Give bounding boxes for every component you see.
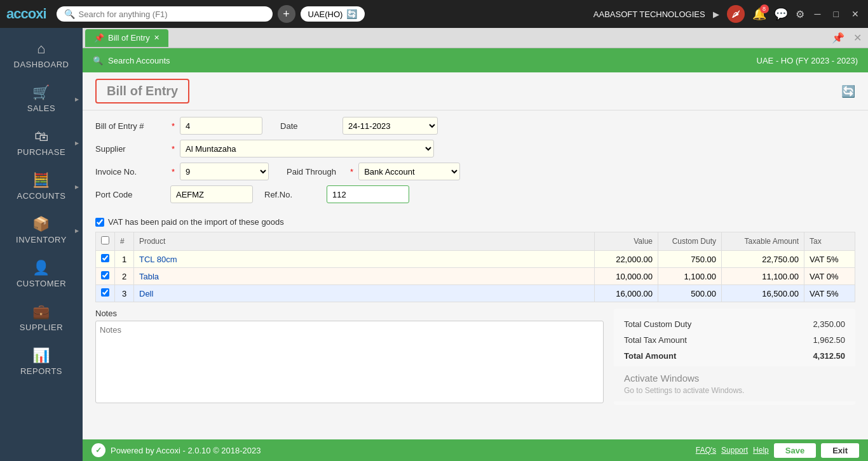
activate-windows-title: Activate Windows <box>624 373 858 384</box>
row3-duty: 500.00 <box>658 285 722 302</box>
app-logo: accoxi <box>6 6 46 22</box>
row3-value: 16,000.00 <box>595 285 658 302</box>
search-accounts-bar: 🔍 Search Accounts UAE - HO (FY 2023 - 20… <box>83 48 868 72</box>
row3-check[interactable] <box>96 285 115 302</box>
total-custom-duty-value: 2,350.00 <box>813 319 845 329</box>
add-button[interactable]: + <box>278 5 295 23</box>
search-accounts-left[interactable]: 🔍 Search Accounts <box>93 56 170 65</box>
notes-label: Notes <box>95 309 604 318</box>
port-code-input[interactable] <box>170 185 253 203</box>
close-button[interactable]: ✕ <box>849 9 862 19</box>
col-header-check <box>96 232 115 251</box>
total-amount-value: 4,312.50 <box>813 351 845 361</box>
notes-section: Notes <box>95 309 604 405</box>
supplier-select[interactable]: Al Muntazaha <box>180 140 434 157</box>
chat-icon[interactable]: 💬 <box>774 7 788 21</box>
arrow-icon: ▶ <box>713 10 719 19</box>
row1-tax: VAT 5% <box>804 251 855 268</box>
invoice-select[interactable]: 9 <box>180 163 269 180</box>
faqs-link[interactable]: FAQ's <box>696 446 716 455</box>
company-select[interactable]: UAE(HO) 🔄 <box>301 6 365 22</box>
row2-check[interactable] <box>96 268 115 285</box>
row2-checkbox[interactable] <box>101 271 109 279</box>
row1-checkbox[interactable] <box>101 254 109 262</box>
exit-button[interactable]: Exit <box>821 443 859 458</box>
search-accounts-label: Search Accounts <box>108 56 170 65</box>
activate-windows-subtitle: Go to Settings to activate Windows. <box>624 386 858 395</box>
paid-through-select[interactable]: Bank Account <box>358 163 460 180</box>
bell-notif[interactable]: 🔔 8 <box>752 7 766 21</box>
sidebar-item-dashboard[interactable]: ⌂ DASHBOARD <box>0 33 83 77</box>
bill-entry-label: Bill of Entry # <box>95 121 165 131</box>
search-input[interactable] <box>79 10 257 19</box>
total-custom-duty-row: Total Custom Duty 2,350.00 <box>624 316 845 332</box>
sidebar-item-purchase[interactable]: 🛍 PURCHASE <box>0 121 83 164</box>
sidebar-item-customer[interactable]: 👤 CUSTOMER <box>0 252 83 296</box>
col-header-duty: Custom Duty <box>658 232 722 251</box>
row3-checkbox[interactable] <box>101 288 109 297</box>
refresh-icon[interactable]: 🔄 <box>346 9 357 19</box>
content-area: 📌 Bill of Entry ✕ 📌 ✕ 🔍 Search Accounts … <box>83 28 868 461</box>
footer-left: ✓ Powered by Accoxi - 2.0.10 © 2018-2023 <box>92 443 261 457</box>
vat-label: VAT has been paid on the import of these… <box>108 217 284 227</box>
select-all-checkbox[interactable] <box>101 236 109 244</box>
row3-num: 3 <box>115 285 134 302</box>
vat-line: VAT has been paid on the import of these… <box>83 215 868 232</box>
save-button[interactable]: Save <box>774 443 816 458</box>
sidebar-label-sales: SALES <box>27 104 55 113</box>
row2-tax: VAT 0% <box>804 268 855 285</box>
sidebar-item-inventory[interactable]: 📦 INVENTORY <box>0 208 83 252</box>
main-layout: ⌂ DASHBOARD 🛒 SALES 🛍 PURCHASE 🧮 ACCOUNT… <box>0 28 868 461</box>
search-icon: 🔍 <box>64 9 75 19</box>
sidebar-item-accounts[interactable]: 🧮 ACCOUNTS <box>0 164 83 208</box>
tab-bar: 📌 Bill of Entry ✕ 📌 ✕ <box>83 28 868 48</box>
accounts-icon: 🧮 <box>32 172 50 189</box>
help-link[interactable]: Help <box>753 446 769 455</box>
sidebar-item-sales[interactable]: 🛒 SALES <box>0 77 83 121</box>
footer-right: FAQ's Support Help Save Exit <box>696 443 859 458</box>
items-table: # Product Value Custom Duty Taxable Amou… <box>95 232 855 302</box>
date-label: Date <box>280 121 337 131</box>
vat-checkbox[interactable] <box>95 218 104 227</box>
powered-by: Powered by Accoxi - 2.0.10 © 2018-2023 <box>111 446 261 455</box>
ref-no-input[interactable] <box>327 185 409 203</box>
col-header-product: Product <box>134 232 595 251</box>
row1-check[interactable] <box>96 251 115 268</box>
sidebar-item-reports[interactable]: 📊 REPORTS <box>0 340 83 384</box>
supplier-required: * <box>172 144 175 154</box>
bill-entry-input[interactable] <box>180 117 262 135</box>
tab-close-icon[interactable]: ✕ <box>154 34 159 42</box>
form-row-bill: Bill of Entry # * Date 24-11-2023 <box>95 117 855 135</box>
tab-close-right[interactable]: ✕ <box>850 32 865 44</box>
table-section: # Product Value Custom Duty Taxable Amou… <box>83 232 868 302</box>
table-row: 2 Tabla 10,000.00 1,100.00 11,100.00 VAT… <box>96 268 855 285</box>
notes-input[interactable] <box>95 321 604 403</box>
tab-pin-right[interactable]: 📌 <box>828 32 848 44</box>
port-code-label: Port Code <box>95 190 165 199</box>
row2-value: 10,000.00 <box>595 268 658 285</box>
search-bar[interactable]: 🔍 <box>57 6 273 22</box>
topbar: accoxi 🔍 + UAE(HO) 🔄 AABASOFT TECHNOLOGI… <box>0 0 868 28</box>
sidebar-label-supplier: SUPPLIER <box>20 323 63 332</box>
support-link[interactable]: Support <box>721 446 748 455</box>
sales-icon: 🛒 <box>32 84 50 101</box>
maximize-button[interactable]: □ <box>831 9 841 19</box>
settings-icon[interactable]: ⚙ <box>796 8 804 20</box>
minimize-button[interactable]: ─ <box>812 9 824 19</box>
row2-duty: 1,100.00 <box>658 268 722 285</box>
reports-icon: 📊 <box>32 347 50 364</box>
sidebar-item-supplier[interactable]: 💼 SUPPLIER <box>0 296 83 340</box>
sidebar-label-dashboard: DASHBOARD <box>14 60 69 69</box>
total-amount-row: Total Amount 4,312.50 <box>624 348 845 364</box>
row3-tax: VAT 5% <box>804 285 855 302</box>
dashboard-icon: ⌂ <box>37 41 46 57</box>
col-header-value: Value <box>595 232 658 251</box>
topbar-right: AABASOFT TECHNOLOGIES ▶ 🌶 🔔 8 💬 ⚙ ─ □ ✕ <box>593 5 862 23</box>
paid-through-label: Paid Through <box>287 167 344 177</box>
bill-entry-required: * <box>172 121 175 131</box>
refresh-button[interactable]: 🔄 <box>841 84 855 98</box>
date-select[interactable]: 24-11-2023 <box>342 117 438 135</box>
ref-no-label: Ref.No. <box>264 190 322 199</box>
tab-bill-of-entry[interactable]: 📌 Bill of Entry ✕ <box>85 29 168 47</box>
row2-product: Tabla <box>134 268 595 285</box>
